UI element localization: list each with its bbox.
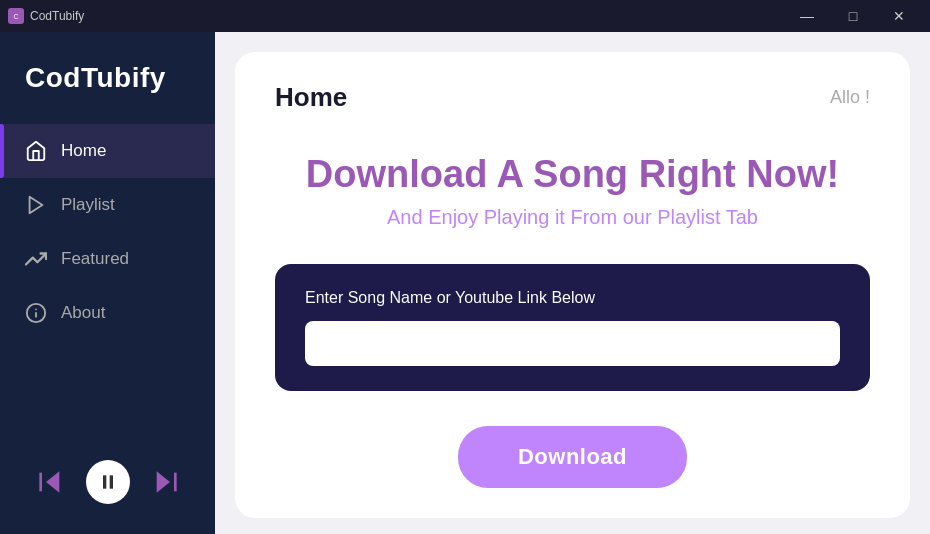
search-input[interactable] bbox=[305, 321, 840, 366]
app-icon: C bbox=[8, 8, 24, 24]
search-card: Enter Song Name or Youtube Link Below bbox=[275, 264, 870, 391]
close-button[interactable]: ✕ bbox=[876, 0, 922, 32]
sidebar-item-about-label: About bbox=[61, 303, 105, 323]
window-controls: — □ ✕ bbox=[784, 0, 922, 32]
minimize-button[interactable]: — bbox=[784, 0, 830, 32]
sidebar-item-about[interactable]: About bbox=[0, 286, 215, 340]
svg-rect-9 bbox=[109, 475, 112, 488]
hero-subtitle: And Enjoy Playing it From our Playlist T… bbox=[275, 206, 870, 229]
card-header: Home Allo ! bbox=[275, 82, 870, 113]
sidebar-item-featured[interactable]: Featured bbox=[0, 232, 215, 286]
hero-title: Download A Song Right Now! bbox=[275, 153, 870, 196]
sidebar-item-featured-label: Featured bbox=[61, 249, 129, 269]
page-title: Home bbox=[275, 82, 347, 113]
next-button[interactable] bbox=[150, 466, 182, 498]
main-content: Home Allo ! Download A Song Right Now! A… bbox=[215, 32, 930, 534]
maximize-button[interactable]: □ bbox=[830, 0, 876, 32]
play-pause-button[interactable] bbox=[86, 460, 130, 504]
sidebar-item-home-label: Home bbox=[61, 141, 106, 161]
greeting-text: Allo ! bbox=[830, 87, 870, 108]
player-controls bbox=[0, 440, 215, 524]
home-icon bbox=[25, 140, 47, 162]
svg-rect-8 bbox=[103, 475, 106, 488]
nav-menu: Home Playlist Feature bbox=[0, 124, 215, 440]
sidebar: CodTubify Home bbox=[0, 32, 215, 534]
search-label: Enter Song Name or Youtube Link Below bbox=[305, 289, 840, 307]
svg-text:C: C bbox=[13, 13, 18, 20]
download-button[interactable]: Download bbox=[458, 426, 687, 488]
title-bar-left: C CodTubify bbox=[8, 8, 84, 24]
svg-marker-10 bbox=[156, 471, 169, 492]
sidebar-item-playlist-label: Playlist bbox=[61, 195, 115, 215]
featured-icon bbox=[25, 248, 47, 270]
sidebar-item-playlist[interactable]: Playlist bbox=[0, 178, 215, 232]
content-card: Home Allo ! Download A Song Right Now! A… bbox=[235, 52, 910, 518]
about-icon bbox=[25, 302, 47, 324]
active-indicator bbox=[0, 124, 4, 178]
svg-marker-6 bbox=[46, 471, 59, 492]
app-title: CodTubify bbox=[30, 9, 84, 23]
svg-marker-2 bbox=[30, 197, 43, 214]
hero-section: Download A Song Right Now! And Enjoy Pla… bbox=[275, 153, 870, 229]
prev-button[interactable] bbox=[34, 466, 66, 498]
app-body: CodTubify Home bbox=[0, 32, 930, 534]
sidebar-item-home[interactable]: Home bbox=[0, 124, 215, 178]
playlist-icon bbox=[25, 194, 47, 216]
sidebar-logo: CodTubify bbox=[0, 42, 215, 124]
title-bar: C CodTubify — □ ✕ bbox=[0, 0, 930, 32]
